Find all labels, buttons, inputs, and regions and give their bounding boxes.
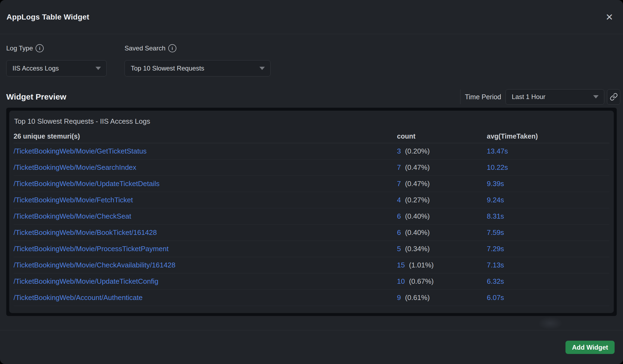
saved-search-label: Saved Search i [125, 44, 271, 53]
table-row: /TicketBookingWeb/Movie/SearchIndex 7 (0… [14, 159, 609, 176]
time-period-cluster: Time Period Last 1 Hour [460, 89, 620, 105]
table-title: Top 10 Slowest Requests - IIS Access Log… [9, 111, 614, 129]
preview-table-card: Top 10 Slowest Requests - IIS Access Log… [9, 111, 614, 313]
count-percent: (1.01%) [409, 261, 434, 269]
vertical-divider [460, 90, 460, 104]
count-percent: (0.34%) [405, 245, 430, 253]
count-cell: 6 (0.40%) [397, 212, 487, 221]
avg-link[interactable]: 6.32s [487, 277, 609, 286]
applogs-widget-modal: AppLogs Table Widget ✕ Log Type i IIS Ac… [0, 0, 623, 364]
stemuri-link[interactable]: /TicketBookingWeb/Movie/CheckSeat [14, 212, 397, 221]
modal-header: AppLogs Table Widget ✕ [0, 0, 623, 34]
avg-link[interactable]: 7.13s [487, 261, 609, 269]
table-row: /TicketBookingWeb/Movie/CheckAvailabilit… [14, 257, 609, 273]
stemuri-link[interactable]: /TicketBookingWeb/Movie/UpdateTicketDeta… [14, 180, 397, 188]
copy-link-button[interactable] [607, 89, 620, 105]
avg-link[interactable]: 13.47s [487, 147, 609, 155]
preview-heading: Widget Preview [6, 92, 66, 101]
count-link[interactable]: 7 [397, 180, 401, 188]
column-header-avg: avg(TimeTaken) [487, 132, 609, 140]
link-icon [610, 93, 618, 101]
time-period-dropdown[interactable]: Last 1 Hour [506, 89, 604, 105]
log-type-dropdown[interactable]: IIS Access Logs [6, 60, 107, 76]
saved-search-label-text: Saved Search [125, 44, 166, 52]
table-header-row: 26 unique stemuri(s) count avg(TimeTaken… [14, 129, 609, 143]
count-link[interactable]: 4 [397, 196, 401, 204]
chevron-down-icon [593, 95, 599, 98]
controls-row: Log Type i IIS Access Logs Saved Search … [6, 44, 271, 76]
count-link[interactable]: 10 [397, 277, 405, 285]
count-link[interactable]: 15 [397, 261, 405, 269]
cursor-smudge [538, 317, 562, 330]
count-cell: 7 (0.47%) [397, 180, 487, 188]
table-row: /TicketBookingWeb/Movie/BookTicket/16142… [14, 225, 609, 241]
stemuri-link[interactable]: /TicketBookingWeb/Movie/ProcessTicketPay… [14, 245, 397, 253]
avg-link[interactable]: 7.59s [487, 228, 609, 237]
stemuri-link[interactable]: /TicketBookingWeb/Movie/CheckAvailabilit… [14, 261, 397, 269]
stemuri-link[interactable]: /TicketBookingWeb/Movie/FetchTicket [14, 196, 397, 204]
info-icon[interactable]: i [168, 44, 176, 52]
close-icon[interactable]: ✕ [605, 11, 615, 23]
count-cell: 15 (1.01%) [397, 261, 487, 269]
count-percent: (0.47%) [405, 163, 430, 171]
saved-search-value: Top 10 Slowest Requests [131, 65, 204, 72]
count-link[interactable]: 6 [397, 212, 401, 220]
avg-link[interactable]: 9.24s [487, 196, 609, 204]
count-percent: (0.47%) [405, 180, 430, 188]
count-cell: 7 (0.47%) [397, 163, 487, 172]
table-row: /TicketBookingWeb/Movie/UpdateTicketDeta… [14, 176, 609, 192]
avg-link[interactable]: 8.31s [487, 212, 609, 221]
log-type-value: IIS Access Logs [12, 65, 59, 72]
avg-link[interactable]: 10.22s [487, 163, 609, 172]
count-percent: (0.27%) [405, 196, 430, 204]
count-percent: (0.20%) [405, 147, 430, 155]
info-icon[interactable]: i [36, 44, 44, 52]
log-type-label-text: Log Type [6, 44, 33, 52]
count-link[interactable]: 3 [397, 147, 401, 155]
count-link[interactable]: 5 [397, 245, 401, 253]
table-row: /TicketBookingWeb/Movie/CheckSeat 6 (0.4… [14, 208, 609, 225]
table-body: /TicketBookingWeb/Movie/GetTicketStatus … [9, 143, 614, 306]
saved-search-dropdown[interactable]: Top 10 Slowest Requests [125, 60, 271, 76]
saved-search-group: Saved Search i Top 10 Slowest Requests [125, 44, 271, 76]
table-row: /TicketBookingWeb/Account/Authenticate 9… [14, 290, 609, 306]
count-cell: 5 (0.34%) [397, 245, 487, 253]
avg-link[interactable]: 9.39s [487, 180, 609, 188]
count-cell: 4 (0.27%) [397, 196, 487, 204]
stemuri-link[interactable]: /TicketBookingWeb/Movie/BookTicket/16142… [14, 228, 397, 237]
count-percent: (0.61%) [405, 293, 430, 302]
stemuri-link[interactable]: /TicketBookingWeb/Movie/UpdateTicketConf… [14, 277, 397, 286]
preview-heading-row: Widget Preview Time Period Last 1 Hour [6, 87, 620, 106]
avg-link[interactable]: 6.07s [487, 293, 609, 302]
count-cell: 9 (0.61%) [397, 293, 487, 302]
table-row: /TicketBookingWeb/Movie/GetTicketStatus … [14, 143, 609, 159]
stemuri-link[interactable]: /TicketBookingWeb/Account/Authenticate [14, 293, 397, 302]
stemuri-link[interactable]: /TicketBookingWeb/Movie/GetTicketStatus [14, 147, 397, 155]
count-percent: (0.40%) [405, 228, 430, 237]
count-percent: (0.67%) [409, 277, 434, 285]
modal-title: AppLogs Table Widget [7, 13, 89, 21]
time-period-label: Time Period [465, 93, 501, 101]
widget-preview-panel: Top 10 Slowest Requests - IIS Access Log… [6, 108, 617, 316]
avg-link[interactable]: 7.29s [487, 245, 609, 253]
table-row: /TicketBookingWeb/Movie/FetchTicket 4 (0… [14, 192, 609, 208]
count-cell: 10 (0.67%) [397, 277, 487, 286]
count-link[interactable]: 9 [397, 293, 401, 302]
stemuri-link[interactable]: /TicketBookingWeb/Movie/SearchIndex [14, 163, 397, 172]
table-row: /TicketBookingWeb/Movie/UpdateTicketConf… [14, 273, 609, 290]
column-header-count: count [397, 132, 487, 140]
table-row: /TicketBookingWeb/Movie/ProcessTicketPay… [14, 241, 609, 257]
footer-divider [0, 330, 623, 330]
log-type-label: Log Type i [6, 44, 107, 53]
time-period-value: Last 1 Hour [512, 93, 545, 101]
column-header-stemuri: 26 unique stemuri(s) [14, 132, 397, 140]
count-percent: (0.40%) [405, 212, 430, 220]
count-cell: 6 (0.40%) [397, 228, 487, 237]
add-widget-button[interactable]: Add Widget [565, 341, 615, 354]
count-link[interactable]: 6 [397, 228, 401, 237]
count-link[interactable]: 7 [397, 163, 401, 171]
chevron-down-icon [259, 67, 265, 70]
chevron-down-icon [96, 67, 101, 70]
log-type-group: Log Type i IIS Access Logs [6, 44, 107, 76]
count-cell: 3 (0.20%) [397, 147, 487, 155]
